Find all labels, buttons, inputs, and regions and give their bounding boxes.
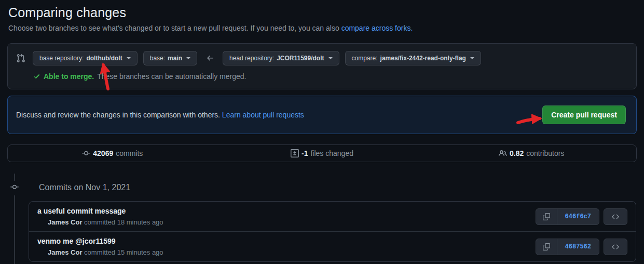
file-diff-icon bbox=[291, 149, 299, 157]
base-repository-dropdown[interactable]: base repository: dolthub/dolt bbox=[33, 51, 138, 65]
commit-time: committed 18 minutes ago bbox=[84, 218, 163, 226]
commits-list: a useful commit message James Cor commit… bbox=[29, 201, 636, 262]
files-changed-label: files changed bbox=[310, 149, 353, 157]
page-title: Comparing changes bbox=[8, 5, 636, 20]
page-header: Comparing changes Choose two branches to… bbox=[0, 0, 644, 32]
contributors-stat[interactable]: 0.82 contributors bbox=[427, 149, 636, 157]
subtitle-text: Choose two branches to see what's change… bbox=[8, 24, 339, 32]
banner-text: Discuss and review the changes in this c… bbox=[16, 111, 304, 119]
commit-author-link[interactable]: James Cor bbox=[48, 248, 82, 256]
commits-stat[interactable]: 42069 commits bbox=[8, 149, 217, 157]
base-repository-value: dolthub/dolt bbox=[86, 55, 122, 62]
files-changed-count: -1 bbox=[302, 149, 308, 157]
commits-section: Commits on Nov 1, 2021 a useful commit m… bbox=[0, 175, 644, 262]
commits-count: 42069 bbox=[93, 149, 113, 157]
contributors-label: contributors bbox=[526, 149, 564, 157]
head-repository-dropdown[interactable]: head repository: JCOR11599/dolt bbox=[223, 51, 339, 65]
commit-actions: 646f6c7 bbox=[536, 208, 627, 225]
page-subtitle: Choose two branches to see what's change… bbox=[8, 24, 636, 32]
chevron-down-icon bbox=[328, 57, 333, 59]
copy-sha-button[interactable] bbox=[536, 239, 557, 255]
commit-sha-button-group: 4687562 bbox=[536, 239, 599, 255]
browse-code-button[interactable] bbox=[604, 208, 627, 225]
git-commit-icon bbox=[82, 149, 90, 157]
compare-branch-value: james/fix-2442-read-only-flag bbox=[380, 55, 466, 62]
compare-branch-dropdown[interactable]: compare: james/fix-2442-read-only-flag bbox=[345, 51, 481, 65]
comparison-stats-bar: 42069 commits -1 files changed 0.82 cont… bbox=[7, 144, 637, 162]
base-repository-prefix: base repository: bbox=[39, 55, 84, 62]
commit-row: a useful commit message James Cor commit… bbox=[29, 202, 636, 231]
commit-message-link[interactable]: a useful commit message bbox=[37, 207, 163, 215]
pull-request-banner: Discuss and review the changes in this c… bbox=[7, 96, 637, 134]
head-repository-prefix: head repository: bbox=[229, 55, 274, 62]
code-icon bbox=[612, 243, 619, 250]
banner-message: Discuss and review the changes in this c… bbox=[16, 111, 220, 119]
base-branch-dropdown[interactable]: base: main bbox=[143, 51, 197, 65]
create-pull-request-button[interactable]: Create pull request bbox=[542, 105, 626, 124]
head-repository-value: JCOR11599/dolt bbox=[277, 55, 324, 62]
commit-meta: James Cor committed 15 minutes ago bbox=[48, 248, 163, 256]
compare-page: Comparing changes Choose two branches to… bbox=[0, 0, 644, 264]
commit-row: venmo me @jcor11599 James Cor committed … bbox=[29, 231, 636, 261]
check-icon bbox=[33, 73, 40, 80]
commit-meta: James Cor committed 18 minutes ago bbox=[48, 218, 163, 226]
base-branch-prefix: base: bbox=[150, 55, 165, 62]
commit-author-link[interactable]: James Cor bbox=[48, 218, 82, 226]
commit-sha-link[interactable]: 646f6c7 bbox=[557, 209, 599, 225]
commits-date-header: Commits on Nov 1, 2021 bbox=[0, 175, 644, 192]
browse-code-button[interactable] bbox=[604, 239, 627, 255]
learn-about-pull-requests-link[interactable]: Learn about pull requests bbox=[222, 111, 304, 119]
commits-label: commits bbox=[116, 149, 143, 157]
chevron-down-icon bbox=[470, 57, 474, 59]
merge-status-label: Able to merge. bbox=[44, 72, 94, 81]
commit-sha-button-group: 646f6c7 bbox=[536, 208, 599, 225]
commit-info: venmo me @jcor11599 James Cor committed … bbox=[37, 237, 163, 256]
git-commit-timeline-icon bbox=[9, 181, 20, 195]
commit-time: committed 15 minutes ago bbox=[84, 248, 163, 256]
merge-status-row: Able to merge. These branches can be aut… bbox=[16, 72, 628, 81]
people-icon bbox=[499, 149, 507, 157]
commit-info: a useful commit message James Cor commit… bbox=[37, 207, 163, 226]
compare-branch-prefix: compare: bbox=[352, 55, 378, 62]
compare-across-forks-link[interactable]: compare across forks. bbox=[341, 24, 413, 32]
branch-selector-row: base repository: dolthub/dolt base: main… bbox=[16, 51, 628, 65]
files-changed-stat[interactable]: -1 files changed bbox=[217, 149, 427, 157]
copy-icon bbox=[543, 213, 550, 220]
base-branch-value: main bbox=[168, 55, 182, 62]
contributors-count: 0.82 bbox=[510, 149, 524, 157]
arrow-left-icon bbox=[206, 54, 214, 62]
chevron-down-icon bbox=[127, 57, 131, 59]
copy-icon bbox=[543, 243, 550, 250]
chevron-down-icon bbox=[186, 57, 190, 59]
code-icon bbox=[612, 213, 619, 220]
commit-sha-link[interactable]: 4687562 bbox=[557, 239, 599, 255]
commit-message-link[interactable]: venmo me @jcor11599 bbox=[37, 237, 163, 245]
commit-actions: 4687562 bbox=[536, 239, 627, 255]
git-compare-icon bbox=[16, 54, 25, 63]
branch-selector-bar: base repository: dolthub/dolt base: main… bbox=[7, 43, 637, 89]
copy-sha-button[interactable] bbox=[536, 209, 557, 225]
merge-status-message: These branches can be automatically merg… bbox=[97, 72, 246, 81]
